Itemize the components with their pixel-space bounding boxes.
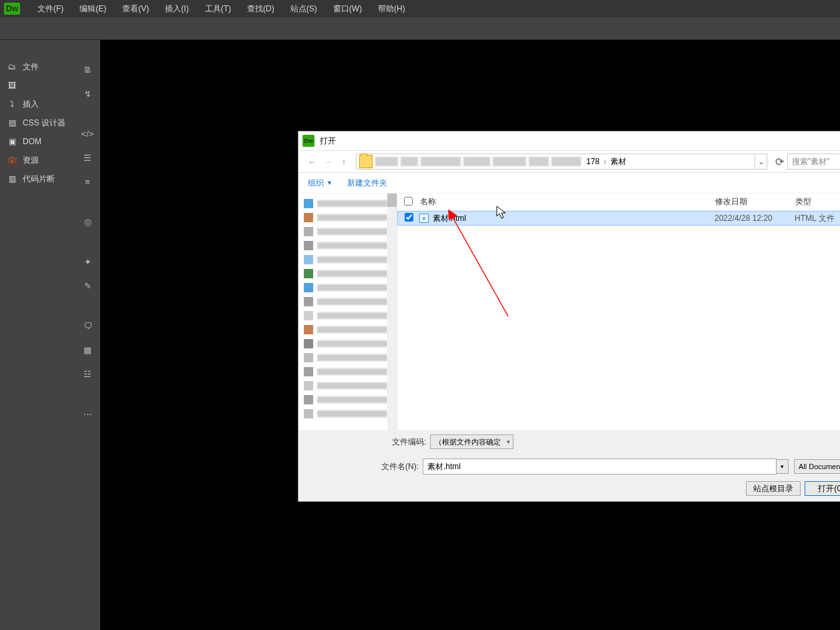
panel-blank[interactable]: 🖼 — [0, 76, 75, 95]
dialog-body: 名称 修改日期 类型 大小 e 素材.html 2022/4/28 12:20 … — [298, 193, 840, 430]
organize-label: 组织 — [308, 178, 324, 189]
new-doc-icon[interactable]: 🗎 — [79, 61, 95, 77]
open-doc-icon[interactable]: ↯ — [79, 85, 95, 101]
refresh-icon[interactable]: ⟳ — [771, 153, 787, 170]
breadcrumb-sucai[interactable]: 素材 — [608, 156, 629, 168]
newfolder-button[interactable]: 新建文件夹 — [347, 178, 387, 189]
panel-insert-label: 插入 — [23, 99, 39, 110]
file-header: 名称 修改日期 类型 大小 — [397, 194, 840, 211]
align-icon[interactable]: ≡ — [79, 174, 95, 190]
panel-snippets-label: 代码片断 — [23, 174, 55, 185]
menu-tools[interactable]: 工具(T) — [197, 3, 239, 15]
menu-window[interactable]: 窗口(W) — [325, 3, 370, 15]
panel-assets[interactable]: 💼资源 — [0, 151, 75, 170]
chevron-down-icon: ▾ — [507, 438, 510, 445]
panel-assets-label: 资源 — [23, 155, 39, 166]
filename-label: 文件名(N): — [381, 461, 419, 472]
path-blur — [493, 157, 526, 166]
siteroot-label: 站点根目录 — [753, 483, 793, 495]
menu-view[interactable]: 查看(V) — [114, 3, 157, 15]
panel-insert[interactable]: ⤵插入 — [0, 95, 75, 113]
menu-insert[interactable]: 插入(I) — [157, 3, 196, 15]
select-all-checkbox[interactable] — [404, 197, 413, 206]
folder-icon — [359, 155, 373, 168]
search-placeholder: 搜索"素材" — [792, 156, 830, 168]
html-file-icon: e — [419, 214, 429, 223]
dreamweaver-window: Dw 文件(F) 编辑(E) 查看(V) 插入(I) 工具(T) 查找(D) 站… — [0, 0, 840, 630]
snippets-icon: ▥ — [7, 174, 17, 184]
panel-files-label: 文件 — [23, 61, 39, 73]
menu-file[interactable]: 文件(F) — [29, 3, 71, 15]
comment-icon[interactable]: 🗨 — [79, 318, 95, 334]
path-blur — [463, 157, 490, 166]
menu-help[interactable]: 帮助(H) — [370, 3, 413, 15]
col-name[interactable]: 名称 — [416, 196, 715, 208]
filename-dropdown-icon[interactable]: ▾ — [777, 459, 789, 474]
encoding-value: （根据文件内容确定 — [435, 437, 501, 447]
dialog-title: 打开 — [320, 135, 336, 147]
panel-dom[interactable]: ▣DOM — [0, 132, 75, 151]
open-dialog: Dw 打开 ✕ ← → ↑ — [298, 131, 840, 502]
col-type[interactable]: 类型 — [795, 196, 840, 208]
filetype-filter[interactable]: All Documents (*.htm;*.html;*▾ — [794, 459, 840, 474]
encoding-label: 文件编码: — [392, 436, 426, 448]
forward-icon[interactable]: → — [320, 153, 336, 170]
file-type: HTML 文件 — [795, 213, 840, 224]
search-box[interactable]: 搜索"素材" 🔍 — [787, 153, 840, 170]
path-blur — [529, 157, 549, 166]
path-box[interactable]: 178 › 素材 ⌄ — [356, 153, 767, 170]
image-icon: 🖼 — [7, 80, 17, 91]
wand-icon[interactable]: ✦ — [79, 254, 95, 270]
sidebar-scrollbar[interactable] — [387, 194, 397, 430]
assets-icon: 💼 — [7, 155, 17, 166]
menu-site[interactable]: 站点(S) — [282, 3, 325, 15]
file-list: 名称 修改日期 类型 大小 e 素材.html 2022/4/28 12:20 … — [397, 194, 840, 430]
path-dropdown-icon[interactable]: ⌄ — [755, 154, 767, 169]
main-area: 🗂文件 🖼 ⤵插入 ▤CSS 设计器 ▣DOM 💼资源 ▥代码片断 🗎 ↯ </… — [0, 40, 840, 630]
brush-icon[interactable]: ✎ — [79, 278, 95, 294]
breadcrumb-178[interactable]: 178 — [584, 157, 602, 166]
list-icon[interactable]: ☰ — [79, 149, 95, 166]
open-button[interactable]: 打开(O) — [805, 481, 840, 496]
svg-line-0 — [452, 216, 508, 316]
menu-find[interactable]: 查找(D) — [239, 3, 282, 15]
file-row[interactable]: e 素材.html 2022/4/28 12:20 HTML 文件 1 KB — [397, 211, 840, 226]
filename-input[interactable] — [423, 458, 777, 475]
left-panel: 🗂文件 🖼 ⤵插入 ▤CSS 设计器 ▣DOM 💼资源 ▥代码片断 — [0, 40, 75, 630]
encoding-combo[interactable]: （根据文件内容确定▾ — [430, 434, 513, 449]
panel-dom-label: DOM — [23, 137, 41, 146]
css-icon: ▤ — [7, 117, 17, 128]
panel-css-label: CSS 设计器 — [23, 117, 65, 129]
file-name: 素材.html — [433, 213, 714, 224]
col-date[interactable]: 修改日期 — [715, 196, 795, 208]
siteroot-button[interactable]: 站点根目录 — [746, 481, 801, 496]
layers-icon[interactable]: ☳ — [79, 366, 95, 382]
panel-files[interactable]: 🗂文件 — [0, 57, 75, 76]
dialog-nav: ← → ↑ 178 › 素材 — [298, 150, 840, 173]
insert-icon: ⤵ — [7, 99, 17, 109]
more-icon[interactable]: ⋯ — [79, 406, 95, 422]
dialog-titlebar: Dw 打开 ✕ — [298, 131, 840, 150]
grid-icon[interactable]: ▦ — [79, 342, 95, 358]
newfolder-label: 新建文件夹 — [347, 178, 387, 189]
folder-tree[interactable] — [298, 194, 397, 430]
organize-button[interactable]: 组织▼ — [308, 178, 333, 189]
up-icon[interactable]: ↑ — [336, 153, 352, 170]
file-checkbox[interactable] — [405, 213, 413, 222]
panel-css[interactable]: ▤CSS 设计器 — [0, 113, 75, 132]
sub-toolbar — [0, 17, 840, 40]
file-date: 2022/4/28 12:20 — [714, 214, 795, 223]
panel-snippets[interactable]: ▥代码片断 — [0, 170, 75, 188]
target-icon[interactable]: ◎ — [79, 214, 95, 230]
path-blur — [375, 157, 398, 166]
dw-logo: Dw — [4, 3, 20, 15]
canvas: Dw 打开 ✕ ← → ↑ — [100, 40, 840, 630]
path-blur — [421, 157, 461, 166]
path-blur — [401, 157, 418, 166]
menu-edit[interactable]: 编辑(E) — [71, 3, 114, 15]
dialog-dw-icon: Dw — [302, 135, 314, 147]
back-icon[interactable]: ← — [304, 153, 320, 170]
path-blur — [552, 157, 581, 166]
code-icon[interactable]: </> — [79, 125, 95, 141]
open-label: 打开(O) — [818, 483, 840, 495]
